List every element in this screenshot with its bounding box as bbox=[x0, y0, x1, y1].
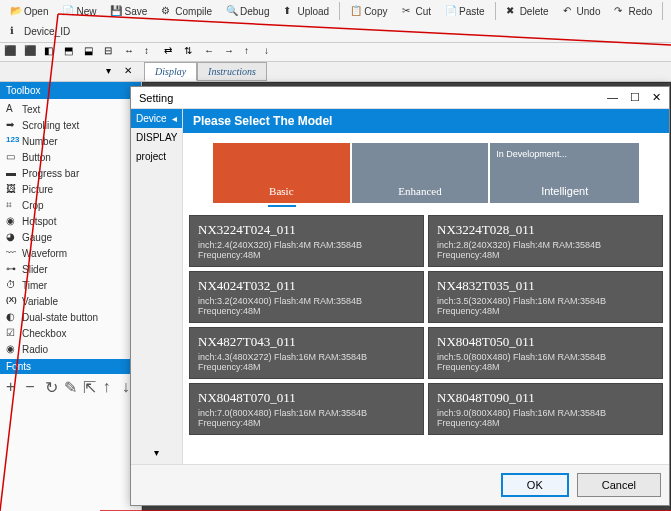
copy-icon: 📋 bbox=[350, 5, 362, 17]
cancel-button[interactable]: Cancel bbox=[577, 473, 661, 497]
open-button[interactable]: 📂Open bbox=[4, 2, 54, 20]
tool-button[interactable]: ▭Button bbox=[0, 149, 141, 165]
upload-button[interactable]: ⬆Upload bbox=[277, 2, 335, 20]
hotspot-icon: ◉ bbox=[6, 215, 18, 227]
dual-state-icon: ◐ bbox=[6, 311, 18, 323]
panel-close-icon[interactable]: ✕ bbox=[124, 65, 138, 79]
modal-content: Please Select The Model Basic Enhanced I… bbox=[183, 109, 669, 464]
model-card[interactable]: NX8048T090_011inch:9.0(800X480) Flash:16… bbox=[428, 383, 663, 435]
nav-device[interactable]: Device◂ bbox=[131, 109, 182, 128]
model-card[interactable]: NX4827T043_011inch:4.3(480X272) Flash:16… bbox=[189, 327, 424, 379]
arrow-left-icon[interactable]: ← bbox=[204, 45, 218, 59]
fonts-header: Fonts bbox=[0, 359, 141, 374]
model-card[interactable]: NX3224T024_011inch:2.4(240X320) Flash:4M… bbox=[189, 215, 424, 267]
progress-icon: ▬ bbox=[6, 167, 18, 179]
model-card[interactable]: NX3224T028_011inch:2.8(240X320) Flash:4M… bbox=[428, 215, 663, 267]
tab-enhanced[interactable]: Enhanced bbox=[352, 143, 489, 203]
cut-button[interactable]: ✂Cut bbox=[396, 2, 438, 20]
arrow-right-icon[interactable]: → bbox=[224, 45, 238, 59]
model-grid: NX3224T024_011inch:2.4(240X320) Flash:4M… bbox=[183, 211, 669, 439]
debug-icon: 🔍 bbox=[226, 5, 238, 17]
tool-progress-bar[interactable]: ▬Progress bar bbox=[0, 165, 141, 181]
settings-modal: Setting — ☐ ✕ Device◂ DISPLAY project ▾ … bbox=[130, 86, 670, 506]
tool-crop[interactable]: ⌗Crop bbox=[0, 197, 141, 213]
redo-button[interactable]: ↷Redo bbox=[608, 2, 658, 20]
align-bottom-icon[interactable]: ⊟ bbox=[104, 45, 118, 59]
tool-text[interactable]: AText bbox=[0, 101, 141, 117]
arrow-up-icon[interactable]: ↑ bbox=[244, 45, 258, 59]
copy-button[interactable]: 📋Copy bbox=[344, 2, 393, 20]
tab-display[interactable]: Display bbox=[144, 62, 197, 81]
main-toolbar: 📂Open 📄New 💾Save ⚙Compile 🔍Debug ⬆Upload… bbox=[0, 0, 671, 43]
same-width-icon[interactable]: ⇄ bbox=[164, 45, 178, 59]
tool-waveform[interactable]: 〰Waveform bbox=[0, 245, 141, 261]
fonts-refresh-icon[interactable]: ↻ bbox=[45, 378, 58, 392]
slider-icon: ⊶ bbox=[6, 263, 18, 275]
info-icon: ℹ bbox=[10, 25, 22, 37]
file-new-icon: 📄 bbox=[62, 5, 74, 17]
fonts-export-icon[interactable]: ⇱ bbox=[83, 378, 96, 392]
align-center-icon[interactable]: ⬛ bbox=[24, 45, 38, 59]
distribute-v-icon[interactable]: ↕ bbox=[144, 45, 158, 59]
new-button[interactable]: 📄New bbox=[56, 2, 102, 20]
scrolling-text-icon: ➡ bbox=[6, 119, 18, 131]
variable-icon: (X) bbox=[6, 295, 18, 307]
radio-icon: ◉ bbox=[6, 343, 18, 355]
fonts-add-icon[interactable]: + bbox=[6, 378, 19, 392]
fonts-remove-icon[interactable]: − bbox=[25, 378, 38, 392]
tool-hotspot[interactable]: ◉Hotspot bbox=[0, 213, 141, 229]
compile-icon: ⚙ bbox=[161, 5, 173, 17]
close-button[interactable]: ✕ bbox=[652, 91, 661, 104]
tab-basic[interactable]: Basic bbox=[213, 143, 350, 203]
tool-timer[interactable]: ⏱Timer bbox=[0, 277, 141, 293]
tool-variable[interactable]: (X)Variable bbox=[0, 293, 141, 309]
align-top-icon[interactable]: ⬒ bbox=[64, 45, 78, 59]
model-card[interactable]: NX4024T032_011inch:3.2(240X400) Flash:4M… bbox=[189, 271, 424, 323]
tool-checkbox[interactable]: ☑Checkbox bbox=[0, 325, 141, 341]
maximize-button[interactable]: ☐ bbox=[630, 91, 640, 104]
ok-button[interactable]: OK bbox=[501, 473, 569, 497]
save-button[interactable]: 💾Save bbox=[104, 2, 153, 20]
model-card[interactable]: NX4832T035_011inch:3.5(320X480) Flash:16… bbox=[428, 271, 663, 323]
nav-display[interactable]: DISPLAY bbox=[131, 128, 182, 147]
tool-scrolling-text[interactable]: ➡Scrolling text bbox=[0, 117, 141, 133]
tool-radio[interactable]: ◉Radio bbox=[0, 341, 141, 357]
crop-icon: ⌗ bbox=[6, 199, 18, 211]
in-development-label: In Development... bbox=[496, 149, 567, 159]
modal-footer: OK Cancel bbox=[131, 464, 669, 505]
panel-pin-icon[interactable]: ▾ bbox=[106, 65, 120, 79]
arrow-down-icon[interactable]: ↓ bbox=[264, 45, 278, 59]
paste-button[interactable]: 📄Paste bbox=[439, 2, 491, 20]
same-height-icon[interactable]: ⇅ bbox=[184, 45, 198, 59]
fonts-tools: + − ↻ ✎ ⇱ ↑ ↓ bbox=[0, 374, 141, 396]
delete-button[interactable]: ✖Delete bbox=[500, 2, 555, 20]
cut-icon: ✂ bbox=[402, 5, 414, 17]
fonts-up-icon[interactable]: ↑ bbox=[102, 378, 115, 392]
tab-instructions[interactable]: Instructions bbox=[197, 62, 267, 81]
device-id-button[interactable]: ℹDevice_ID bbox=[4, 22, 76, 40]
tool-gauge[interactable]: ◕Gauge bbox=[0, 229, 141, 245]
distribute-h-icon[interactable]: ↔ bbox=[124, 45, 138, 59]
nav-project[interactable]: project bbox=[131, 147, 182, 166]
tab-intelligent[interactable]: In Development... Intelligent bbox=[490, 143, 639, 203]
tool-picture[interactable]: 🖼Picture bbox=[0, 181, 141, 197]
fonts-edit-icon[interactable]: ✎ bbox=[64, 378, 77, 392]
model-card[interactable]: NX8048T050_011inch:5.0(800X480) Flash:16… bbox=[428, 327, 663, 379]
tool-slider[interactable]: ⊶Slider bbox=[0, 261, 141, 277]
tool-number[interactable]: 123Number bbox=[0, 133, 141, 149]
model-series-tabs: Basic Enhanced In Development... Intelli… bbox=[183, 133, 669, 211]
align-left-icon[interactable]: ⬛ bbox=[4, 45, 18, 59]
undo-button[interactable]: ↶Undo bbox=[557, 2, 607, 20]
compile-button[interactable]: ⚙Compile bbox=[155, 2, 218, 20]
checkbox-icon: ☑ bbox=[6, 327, 18, 339]
model-card[interactable]: NX8048T070_011inch:7.0(800X480) Flash:16… bbox=[189, 383, 424, 435]
folder-open-icon: 📂 bbox=[10, 5, 22, 17]
minimize-button[interactable]: — bbox=[607, 91, 618, 104]
nav-expand-icon[interactable]: ▾ bbox=[154, 447, 159, 458]
upload-icon: ⬆ bbox=[283, 5, 295, 17]
debug-button[interactable]: 🔍Debug bbox=[220, 2, 275, 20]
tool-dual-state[interactable]: ◐Dual-state button bbox=[0, 309, 141, 325]
button-icon: ▭ bbox=[6, 151, 18, 163]
align-middle-icon[interactable]: ⬓ bbox=[84, 45, 98, 59]
align-right-icon[interactable]: ◧ bbox=[44, 45, 58, 59]
